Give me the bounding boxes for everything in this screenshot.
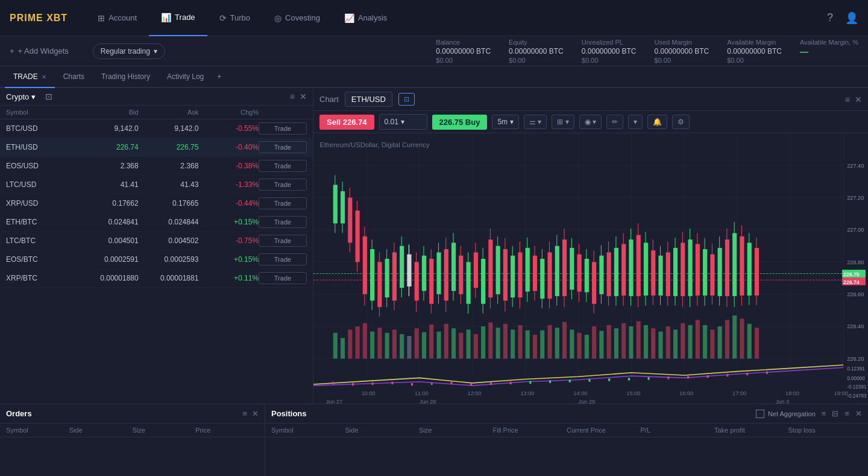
panel-close-icon[interactable]: ✕	[300, 92, 307, 101]
quantity-input[interactable]: 0.01 ▾	[379, 114, 427, 130]
svg-text:16:00: 16:00	[679, 390, 693, 396]
symbol-ethbtc: ETH/BTC	[6, 218, 78, 226]
panel-menu-icon[interactable]: ≡	[290, 92, 295, 101]
net-aggregation-toggle[interactable]: Net Aggregation	[756, 410, 816, 418]
search-btn[interactable]: ⊡	[45, 92, 52, 101]
chart-alert-btn[interactable]: 🔔	[647, 115, 667, 129]
chg-eosbtc: +0.15%	[198, 255, 259, 264]
trade-btn-ethbtc[interactable]: Trade	[259, 216, 307, 228]
ask-ethbtc: 0.024844	[139, 218, 199, 226]
svg-rect-249	[651, 328, 655, 358]
table-row[interactable]: XRP/USD 0.17662 0.17665 -0.44% Trade	[0, 194, 313, 213]
svg-rect-209	[356, 326, 360, 358]
table-row[interactable]: ETH/USD 226.74 226.75 -0.40% Trade	[0, 138, 313, 157]
positions-close-icon[interactable]: ✕	[855, 409, 862, 418]
trade-btn-ltcusd[interactable]: Trade	[259, 179, 307, 191]
positions-expand-icon[interactable]: ≡	[844, 409, 849, 418]
positions-menu-icon[interactable]: ≡	[822, 409, 826, 418]
nav-trade[interactable]: 📊 Trade	[149, 0, 207, 36]
chart-overlay-btn[interactable]: ⊞ ▾	[552, 115, 574, 129]
chart-type-btn[interactable]: ⚌ ▾	[524, 115, 547, 129]
tab-trade-close[interactable]: ✕	[42, 74, 46, 80]
trading-mode-label: Regular trading	[101, 47, 150, 56]
table-row[interactable]: ETH/BTC 0.024841 0.024844 +0.15% Trade	[0, 213, 313, 232]
trade-btn-ethusd[interactable]: Trade	[259, 141, 307, 153]
market-watch-header: Crypto ▾ ⊡ ≡ ✕	[0, 88, 313, 106]
help-icon[interactable]: ?	[827, 11, 833, 24]
table-row[interactable]: LTC/USD 41.41 41.43 -1.33% Trade	[0, 176, 313, 194]
buy-button[interactable]: 226.75 Buy	[432, 115, 488, 130]
chart-symbol-btn[interactable]: ⊡	[398, 93, 415, 106]
bid-xrpbtc: 0.00001880	[78, 274, 139, 282]
svg-rect-89	[474, 252, 478, 288]
nav-analysis[interactable]: 📈 Analysis	[332, 0, 399, 36]
trade-btn-btcusd[interactable]: Trade	[259, 122, 307, 135]
trade-btn-eosusd[interactable]: Trade	[259, 160, 307, 172]
chart-indicator-btn[interactable]: ◉ ▾	[579, 115, 602, 129]
tab-activity-log[interactable]: Activity Log	[159, 66, 212, 88]
svg-rect-53	[385, 259, 389, 297]
unrealized-pl-label: Unrealized PL	[582, 39, 637, 46]
category-selector[interactable]: Crypto ▾	[6, 92, 36, 101]
chg-btcusd: -0.55%	[198, 124, 259, 133]
chart-menu-icon[interactable]: ≡	[845, 95, 850, 104]
add-tab-button[interactable]: +	[212, 72, 226, 81]
user-icon[interactable]: 👤	[845, 11, 858, 25]
svg-rect-65	[415, 262, 419, 300]
used-margin-btc: 0.00000000 BTC	[655, 47, 709, 56]
trading-mode-select[interactable]: Regular trading ▾	[93, 43, 165, 59]
available-margin-pct-label: Available Margin, %	[800, 39, 858, 46]
table-row[interactable]: EOS/BTC 0.0002591 0.0002593 +0.15% Trade	[0, 250, 313, 269]
ask-ltcbtc: 0.004502	[139, 236, 199, 245]
svg-text:227.00: 227.00	[847, 226, 864, 233]
orders-header: Orders ≡ ✕	[0, 404, 265, 424]
trade-btn-ltcbtc[interactable]: Trade	[259, 235, 307, 247]
tab-trade-label: TRADE	[13, 72, 38, 81]
chart-draw-btn[interactable]: ✏	[606, 115, 623, 129]
nav-account[interactable]: ⊞ Account	[86, 0, 149, 36]
svg-rect-208	[348, 329, 352, 358]
svg-rect-125	[562, 240, 567, 296]
timeframe-selector[interactable]: 5m ▾	[492, 115, 519, 129]
svg-text:227.40: 227.40	[847, 162, 864, 168]
equity-item: Equity 0.00000000 BTC $0.00	[509, 39, 564, 64]
trade-btn-eosbtc[interactable]: Trade	[259, 253, 307, 265]
svg-text:226.80: 226.80	[847, 258, 864, 265]
table-row[interactable]: XRP/BTC 0.00001880 0.00001881 +0.11% Tra…	[0, 269, 313, 288]
trade-btn-xrpbtc[interactable]: Trade	[259, 272, 307, 284]
symbol-ethusd: ETH/USD	[6, 143, 78, 151]
svg-text:19:00: 19:00	[834, 390, 848, 396]
nav-covesting[interactable]: ◎ Covesting	[262, 0, 332, 36]
svg-text:226.75: 226.75	[843, 271, 860, 278]
tab-charts[interactable]: Charts	[55, 66, 93, 88]
positions-filter-icon[interactable]: ⊟	[832, 409, 838, 418]
positions-controls: Net Aggregation ≡ ⊟ ≡ ✕	[756, 409, 862, 418]
svg-text:226.20: 226.20	[847, 355, 864, 361]
chg-xrpusd: -0.44%	[198, 199, 259, 208]
chart-symbol-input[interactable]: ETH/USD	[345, 92, 392, 107]
svg-rect-246	[629, 326, 633, 358]
table-row[interactable]: BTC/USD 9,142.0 9,142.0 -0.55% Trade	[0, 119, 313, 138]
app-logo[interactable]: PRIME XBT	[10, 13, 68, 24]
positions-title: Positions	[271, 409, 307, 418]
svg-rect-228	[496, 328, 500, 358]
orders-menu-icon[interactable]: ≡	[242, 409, 247, 418]
svg-text:0.00000: 0.00000	[847, 375, 865, 381]
tab-trading-history[interactable]: Trading History	[93, 66, 159, 88]
chart-settings-btn[interactable]: ⚙	[672, 115, 690, 129]
svg-text:-0.24783: -0.24783	[847, 393, 867, 399]
chart-draw-dropdown[interactable]: ▾	[628, 115, 643, 129]
svg-rect-59	[400, 246, 404, 288]
add-widgets-button[interactable]: + + Add Widgets	[10, 46, 69, 56]
tab-trade[interactable]: TRADE ✕	[5, 66, 55, 88]
trade-btn-xrpusd[interactable]: Trade	[259, 197, 307, 209]
orders-close-icon[interactable]: ✕	[252, 409, 259, 418]
table-row[interactable]: LTC/BTC 0.004501 0.004502 -0.75% Trade	[0, 232, 313, 250]
chart-close-icon[interactable]: ✕	[855, 95, 862, 104]
sell-button[interactable]: Sell 226.74	[319, 115, 374, 130]
net-aggregation-checkbox[interactable]	[756, 410, 764, 418]
table-row[interactable]: EOS/USD 2.368 2.368 -0.38% Trade	[0, 157, 313, 176]
svg-rect-191	[725, 240, 729, 296]
col-chg: Chg%	[198, 109, 259, 116]
nav-turbo[interactable]: ⟳ Turbo	[207, 0, 262, 36]
